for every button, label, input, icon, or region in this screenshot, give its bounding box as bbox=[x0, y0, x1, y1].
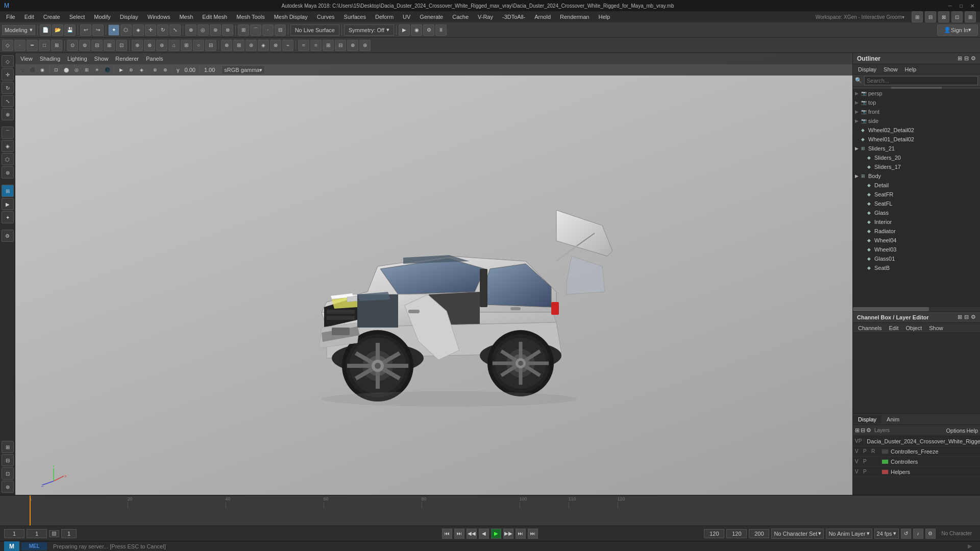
snap-surface-btn[interactable]: ⊟ bbox=[275, 24, 286, 36]
tree-item-wheel03[interactable]: ◆ Wheel03 bbox=[853, 245, 980, 254]
anim-end-input[interactable] bbox=[726, 529, 747, 538]
tool3-btn[interactable]: ⊛ bbox=[246, 40, 257, 51]
tree-item-detail[interactable]: ◆ Detail bbox=[853, 181, 980, 190]
modeling-dropdown[interactable]: Modeling ▾ bbox=[2, 25, 35, 35]
ipr-btn[interactable]: ◉ bbox=[411, 24, 422, 36]
menu-cache[interactable]: Cache bbox=[448, 13, 473, 21]
menu-select[interactable]: Select bbox=[65, 13, 89, 21]
le-anim-tab[interactable]: Anim bbox=[881, 415, 904, 423]
shrink-sel-btn[interactable]: ⊡ bbox=[116, 40, 127, 51]
viewport-view-menu[interactable]: View bbox=[17, 55, 36, 63]
menu-surfaces[interactable]: Surfaces bbox=[340, 13, 370, 21]
face-btn[interactable]: □ bbox=[39, 40, 50, 51]
prev-key-btn[interactable]: ⏭ bbox=[454, 529, 464, 539]
tree-item-interior[interactable]: ◆ Interior bbox=[853, 217, 980, 227]
lighting-btn2[interactable]: ☀ bbox=[92, 65, 102, 74]
no-anim-layer-dropdown[interactable]: No Anim Layer ▾ bbox=[826, 529, 872, 539]
render-btn2[interactable]: ◉ bbox=[38, 65, 47, 74]
tree-item-wheel04[interactable]: ◆ Wheel04 bbox=[853, 236, 980, 245]
timeline-bar[interactable]: 1 20 40 60 80 100 110 120 bbox=[0, 495, 980, 525]
layer-p-ctrl[interactable]: P bbox=[863, 459, 871, 464]
duplicate-btn[interactable]: ⊟ bbox=[205, 40, 216, 51]
tree-item-sliders17[interactable]: ◆ Sliders_17 bbox=[853, 162, 980, 171]
viewport-panels-menu[interactable]: Panels bbox=[143, 55, 166, 63]
layer-row-freeze[interactable]: V P R Controllers_Freeze bbox=[853, 446, 980, 457]
bridge-btn[interactable]: ⊞ bbox=[181, 40, 192, 51]
timeline-settings-btn[interactable]: ⚙ bbox=[925, 529, 936, 539]
range-end-input[interactable] bbox=[704, 529, 724, 538]
skip-back-btn[interactable]: ⏮ bbox=[442, 529, 452, 539]
menu-file[interactable]: File bbox=[2, 13, 19, 21]
menu-modify[interactable]: Modify bbox=[90, 13, 114, 21]
play-back-btn[interactable]: ◀ bbox=[479, 529, 489, 539]
le-display-tab[interactable]: Display bbox=[853, 415, 881, 423]
layer-v-freeze[interactable]: V bbox=[855, 448, 863, 454]
camera-icon[interactable]: ⊟ bbox=[2, 454, 14, 466]
sign-in-btn[interactable]: 👤 Sign In ▾ bbox=[937, 24, 978, 36]
tree-item-front[interactable]: ▶ 📷 front bbox=[853, 107, 980, 116]
layer-row-dacia[interactable]: V P Dacia_Duster_2024_Crossover_White_Ri… bbox=[853, 436, 980, 446]
display-quality-btn[interactable]: ◈ bbox=[137, 65, 146, 74]
tree-item-side[interactable]: ▶ 📷 side bbox=[853, 116, 980, 126]
layer-row-controllers[interactable]: V P Controllers bbox=[853, 457, 980, 467]
menu-windows[interactable]: Windows bbox=[143, 13, 175, 21]
outliner-hscroll[interactable] bbox=[853, 87, 980, 89]
layer-color-help[interactable] bbox=[881, 469, 889, 474]
loop-sel-btn[interactable]: ⊟ bbox=[91, 40, 103, 51]
symmetry-btn[interactable]: Symmetry: Off ▾ bbox=[344, 24, 394, 36]
step-fwd-btn[interactable]: ▶▶ bbox=[503, 529, 513, 539]
tree-item-seatfl[interactable]: ◆ SeatFL bbox=[853, 199, 980, 208]
select-tool-btn[interactable]: ✦ bbox=[108, 24, 119, 36]
scale-icon[interactable]: ⤡ bbox=[2, 95, 14, 107]
menu-uv[interactable]: UV bbox=[399, 13, 414, 21]
cb-btn3[interactable]: ⚙ bbox=[971, 314, 976, 320]
outliner-hscroll-bar[interactable] bbox=[853, 307, 980, 311]
layer-r-freeze[interactable]: R bbox=[871, 448, 879, 454]
total-frames-input[interactable] bbox=[749, 529, 769, 538]
tree-item-sliders20[interactable]: ◆ Sliders_20 bbox=[853, 153, 980, 162]
status-input-area[interactable]: Preparing ray server... [Press ESC to Ca… bbox=[49, 543, 962, 549]
tree-item-persp[interactable]: ▶ 📷 persp bbox=[853, 89, 980, 98]
outliner-display-menu[interactable]: Display bbox=[855, 65, 879, 73]
le-btn2[interactable]: ⊟ bbox=[861, 427, 865, 434]
menu-mesh-display[interactable]: Mesh Display bbox=[270, 13, 312, 21]
bevel-btn[interactable]: ⌗ bbox=[310, 40, 322, 51]
scale-btn[interactable]: ⤡ bbox=[169, 24, 181, 36]
cb-channels-menu[interactable]: Channels bbox=[855, 324, 885, 332]
sculpt-btn[interactable]: ⊛ bbox=[210, 24, 221, 36]
le-btn3[interactable]: ⚙ bbox=[866, 427, 871, 434]
menu-mesh-tools[interactable]: Mesh Tools bbox=[232, 13, 268, 21]
menu-display[interactable]: Display bbox=[116, 13, 142, 21]
tree-item-sliders21[interactable]: ▶ ⊞ Sliders_21 bbox=[853, 144, 980, 153]
menu-arnold[interactable]: Arnold bbox=[530, 13, 555, 21]
wireframe-btn[interactable]: ⊡ bbox=[52, 65, 61, 74]
layer-p-dacia[interactable]: P bbox=[859, 438, 862, 444]
ipr-viewport-btn[interactable]: ▶ bbox=[116, 65, 126, 74]
rotate-icon[interactable]: ↻ bbox=[2, 82, 14, 94]
select-mode-btn[interactable]: ◇ bbox=[2, 40, 13, 51]
extrude-btn[interactable]: ⌂ bbox=[168, 40, 180, 51]
open-scene-btn[interactable]: 📂 bbox=[52, 24, 63, 36]
loop-btn[interactable]: ↺ bbox=[901, 529, 911, 539]
curve-icon[interactable]: ⌒ bbox=[2, 127, 14, 139]
shadow-btn[interactable]: 🌑 bbox=[103, 65, 112, 74]
menu-generate[interactable]: Generate bbox=[415, 13, 447, 21]
menu-vray[interactable]: V-Ray bbox=[474, 13, 497, 21]
le-help-menu[interactable]: Help bbox=[966, 428, 978, 434]
ring-sel-btn[interactable]: ⊚ bbox=[79, 40, 90, 51]
tree-item-top[interactable]: ▶ 📷 top bbox=[853, 98, 980, 107]
light-icon[interactable]: ⊡ bbox=[2, 467, 14, 480]
smooth-btn2[interactable]: ⬤ bbox=[62, 65, 71, 74]
anim-icon[interactable]: ⊛ bbox=[2, 481, 14, 493]
viewport-render-btn[interactable]: ⊛ bbox=[127, 65, 136, 74]
le-btn1[interactable]: ⊞ bbox=[855, 427, 860, 434]
save-scene-btn[interactable]: 💾 bbox=[64, 24, 76, 36]
gamma-dropdown[interactable]: sRGB gamma ▾ bbox=[222, 65, 265, 74]
undo-btn[interactable]: ↩ bbox=[80, 24, 91, 36]
menu-edit-mesh[interactable]: Edit Mesh bbox=[198, 13, 231, 21]
workspace-btn3[interactable]: ⊠ bbox=[938, 11, 949, 22]
workspace-btn5[interactable]: ⊞ bbox=[965, 11, 976, 22]
menu-help[interactable]: Help bbox=[594, 13, 614, 21]
layers-icon[interactable]: ⊞ bbox=[2, 185, 14, 197]
snap-grid-btn[interactable]: ⊞ bbox=[238, 24, 249, 36]
